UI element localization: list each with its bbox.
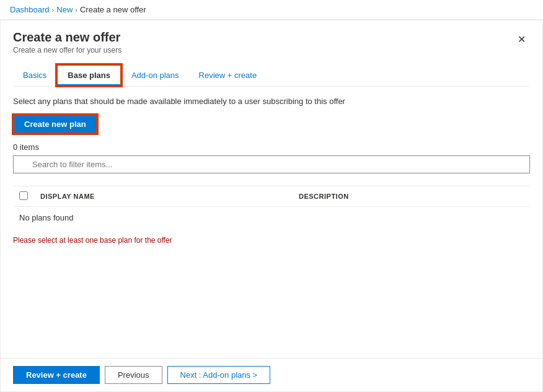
select-all-column: [13, 186, 34, 207]
breadcrumb-new[interactable]: New: [56, 5, 73, 14]
items-count: 0 items: [13, 142, 530, 152]
breadcrumb-current: Create a new offer: [80, 5, 146, 14]
section-description: Select any plans that should be made ava…: [13, 97, 530, 106]
close-button[interactable]: ✕: [513, 30, 530, 48]
breadcrumb-dashboard[interactable]: Dashboard: [10, 5, 50, 14]
breadcrumb-sep-2: ›: [75, 6, 77, 14]
no-plans-row: No plans found: [13, 207, 530, 229]
tab-basics[interactable]: Basics: [13, 64, 56, 86]
tab-review-create[interactable]: Review + create: [189, 64, 267, 86]
no-plans-message: No plans found: [13, 207, 530, 229]
table-header: DISPLAY NAME DESCRIPTION: [13, 186, 530, 207]
tabs-container: Basics Base plans Add-on plans Review + …: [13, 64, 530, 87]
review-create-button[interactable]: Review + create: [13, 366, 100, 384]
panel-content: Select any plans that should be made ava…: [1, 87, 542, 358]
panel-footer: Review + create Previous Next : Add-on p…: [1, 358, 542, 391]
tab-base-plans[interactable]: Base plans: [56, 64, 121, 86]
plans-table: DISPLAY NAME DESCRIPTION No plans found: [13, 186, 530, 229]
create-new-plan-button[interactable]: Create new plan: [13, 115, 97, 134]
next-button[interactable]: Next : Add-on plans >: [167, 366, 271, 384]
panel-subtitle: Create a new offer for your users: [13, 46, 121, 54]
search-input[interactable]: [13, 155, 530, 173]
description-column-header: DESCRIPTION: [293, 186, 530, 207]
table-body: No plans found: [13, 207, 530, 229]
breadcrumb: Dashboard › New › Create a new offer: [0, 0, 543, 20]
search-wrapper: 🔍: [13, 155, 530, 180]
panel-title: Create a new offer: [13, 30, 121, 45]
error-message: Please select at least one base plan for…: [13, 236, 530, 245]
breadcrumb-sep-1: ›: [52, 6, 55, 14]
previous-button[interactable]: Previous: [105, 366, 162, 384]
tab-addon-plans[interactable]: Add-on plans: [121, 64, 189, 86]
select-all-checkbox[interactable]: [19, 191, 28, 200]
panel: Create a new offer Create a new offer fo…: [0, 20, 543, 392]
panel-header: Create a new offer Create a new offer fo…: [1, 20, 542, 87]
display-name-column-header: DISPLAY NAME: [34, 186, 293, 207]
